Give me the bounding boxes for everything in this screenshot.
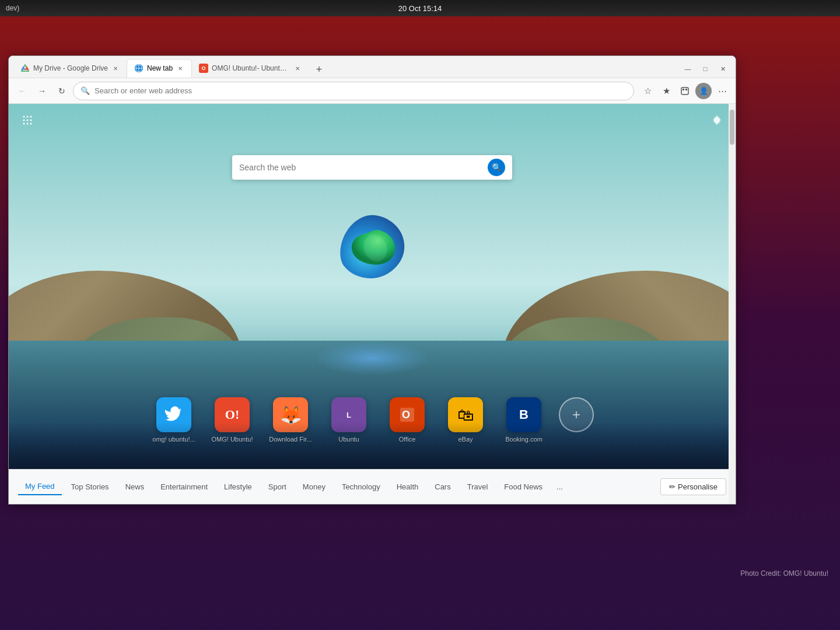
tab-googledrive[interactable]: My Drive - Google Drive ✕ — [13, 59, 127, 78]
svg-rect-6 — [681, 88, 688, 94]
add-link-button[interactable]: + — [559, 397, 594, 432]
title-bar: My Drive - Google Drive ✕ New tab ✕ O OM… — [9, 56, 736, 78]
quick-link-icon-ubuntu: L — [331, 397, 366, 432]
quick-link-icon-omg-ubuntu: O! — [215, 397, 250, 432]
favorites-button[interactable]: ☆ — [639, 82, 656, 100]
address-bar: ← → ↻ 🔍 ☆ ★ 👤 ⋯ — [9, 78, 736, 104]
news-tab-more-button[interactable]: ... — [552, 479, 568, 495]
svg-point-16 — [23, 123, 25, 125]
svg-point-14 — [27, 120, 29, 121]
personalise-button[interactable]: ✏ Personalise — [660, 478, 726, 495]
tab-googledrive-label: My Drive - Google Drive — [33, 64, 108, 72]
close-button[interactable]: ✕ — [715, 62, 731, 75]
news-tab-food-news[interactable]: Food News — [497, 479, 550, 495]
quick-link-label-omg-twitter: omg! ubuntu!... — [152, 436, 195, 443]
add-link-container: + add — [559, 397, 594, 443]
maximize-button[interactable]: □ — [697, 62, 713, 75]
taskbar-app-indicator: dev) — [6, 4, 19, 12]
svg-point-13 — [23, 120, 25, 121]
url-input[interactable] — [94, 86, 626, 95]
edge-logo-glow — [314, 341, 430, 376]
news-tab-news[interactable]: News — [118, 479, 152, 495]
search-icon: 🔍 — [492, 163, 502, 172]
quick-link-label-firefox: Download Fir... — [269, 436, 312, 443]
quick-link-label-ebay: eBay — [458, 436, 473, 443]
forward-button[interactable]: → — [33, 82, 51, 100]
scrollbar-thumb[interactable] — [730, 110, 734, 145]
tab-googledrive-close[interactable]: ✕ — [111, 64, 120, 72]
settings-dots-button[interactable]: ⋯ — [713, 82, 731, 100]
news-tab-technology[interactable]: Technology — [335, 479, 387, 495]
taskbar: dev) 20 Oct 15:14 — [0, 0, 840, 16]
tab-omgubuntu-label: OMG! Ubuntu!- Ubuntu L... — [212, 64, 290, 72]
news-tab-money[interactable]: Money — [296, 479, 332, 495]
quick-link-icon-omg-twitter — [156, 397, 191, 432]
quick-links-container: omg! ubuntu!... O! OMG! Ubuntu! 🦊 Downlo… — [150, 397, 594, 443]
grid-dots-button[interactable] — [18, 111, 37, 130]
back-button[interactable]: ← — [13, 82, 31, 100]
search-icon: 🔍 — [80, 86, 90, 95]
svg-point-18 — [30, 123, 32, 125]
search-bar[interactable]: 🔍 — [232, 155, 512, 180]
news-bar: My Feed Top Stories News Entertainment L… — [9, 469, 736, 504]
tab-omgubuntu-favicon: O — [199, 64, 208, 73]
quick-link-ubuntu[interactable]: L Ubuntu — [326, 397, 372, 443]
quick-link-booking[interactable]: B Booking.com — [501, 397, 547, 443]
reload-button[interactable]: ↻ — [53, 82, 71, 100]
news-tab-entertainment[interactable]: Entertainment — [153, 479, 215, 495]
collections-button[interactable]: ★ — [657, 82, 675, 100]
svg-point-15 — [30, 120, 32, 121]
photo-credit: Photo Credit: OMG! Ubuntu! — [740, 569, 828, 578]
settings-gear-button[interactable] — [708, 111, 726, 130]
svg-point-11 — [27, 116, 29, 118]
tab-newtab[interactable]: New tab ✕ — [127, 59, 192, 78]
edge-logo — [334, 209, 410, 285]
quick-link-label-omg-ubuntu: OMG! Ubuntu! — [212, 436, 253, 443]
tab-omgubuntu[interactable]: O OMG! Ubuntu!- Ubuntu L... ✕ — [192, 59, 309, 78]
svg-point-17 — [27, 123, 29, 125]
svg-rect-7 — [682, 89, 684, 90]
news-tab-lifestyle[interactable]: Lifestyle — [217, 479, 259, 495]
news-tab-sport[interactable]: Sport — [261, 479, 293, 495]
minimize-button[interactable]: — — [680, 62, 696, 75]
tab-newtab-label: New tab — [147, 64, 173, 72]
tab-newtab-close[interactable]: ✕ — [176, 64, 184, 72]
toolbar-icons: ☆ ★ 👤 ⋯ — [639, 82, 731, 100]
new-tab-button[interactable]: + — [311, 61, 327, 78]
browser-window: My Drive - Google Drive ✕ New tab ✕ O OM… — [8, 55, 736, 505]
url-bar[interactable]: 🔍 — [73, 82, 634, 100]
svg-marker-2 — [24, 66, 29, 70]
quick-link-omg-twitter[interactable]: omg! ubuntu!... — [150, 397, 197, 443]
quick-link-icon-firefox: 🦊 — [273, 397, 308, 432]
search-submit-button[interactable]: 🔍 — [488, 159, 505, 176]
news-tab-my-feed[interactable]: My Feed — [18, 478, 62, 495]
news-tab-top-stories[interactable]: Top Stories — [64, 479, 116, 495]
news-tab-travel[interactable]: Travel — [460, 479, 495, 495]
quick-link-icon-booking: B — [506, 397, 541, 432]
search-container: 🔍 — [232, 155, 512, 180]
quick-link-label-office: Office — [399, 436, 416, 443]
news-tab-cars[interactable]: Cars — [428, 479, 457, 495]
quick-link-omg-ubuntu[interactable]: O! OMG! Ubuntu! — [209, 397, 256, 443]
search-input[interactable] — [239, 163, 483, 172]
window-controls: — □ ✕ — [680, 62, 731, 78]
news-tab-health[interactable]: Health — [390, 479, 426, 495]
profile-button[interactable]: 👤 — [695, 82, 712, 100]
quick-link-label-booking: Booking.com — [505, 436, 542, 443]
quick-link-office[interactable]: O Office — [384, 397, 430, 443]
svg-point-10 — [23, 116, 25, 118]
quick-link-firefox[interactable]: 🦊 Download Fir... — [267, 397, 314, 443]
quick-link-icon-office: O — [390, 397, 425, 432]
svg-rect-8 — [685, 89, 687, 90]
scrollbar-track[interactable] — [729, 104, 736, 504]
quick-link-ebay[interactable]: 🛍 eBay — [442, 397, 489, 443]
tab-newtab-favicon — [134, 64, 144, 73]
newtab-content: 🔍 omg! ubuntu!... O! OMG! Ubuntu! 🦊 Down… — [9, 104, 736, 504]
tab-googledrive-favicon — [20, 64, 30, 73]
tab-omgubuntu-close[interactable]: ✕ — [293, 64, 302, 72]
svg-point-12 — [30, 116, 32, 118]
profile-avatar: 👤 — [695, 83, 712, 99]
copilot-button[interactable] — [676, 82, 694, 100]
quick-link-label-ubuntu: Ubuntu — [338, 436, 359, 443]
svg-text:O: O — [402, 409, 410, 421]
